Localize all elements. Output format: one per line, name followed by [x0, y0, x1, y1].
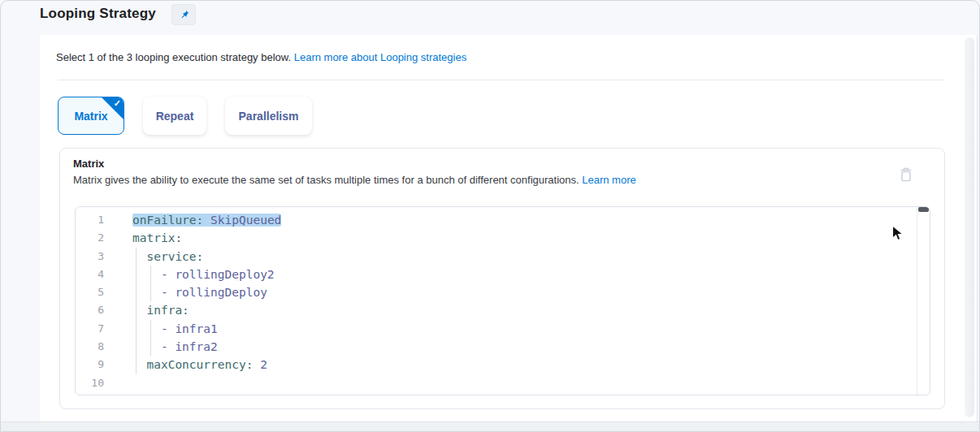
tab-repeat-label: Repeat [156, 110, 194, 123]
selection-highlight: onFailure: SkipQueued [132, 214, 281, 227]
code-line-1[interactable]: 1 onFailure: SkipQueued [76, 211, 917, 229]
pin-icon [178, 9, 190, 21]
line-number: 3 [76, 248, 104, 266]
looping-strategy-dialog: Looping Strategy Select 1 of the 3 loopi… [0, 0, 980, 432]
code-line-6[interactable]: 6 infra: [76, 301, 917, 319]
code-rows: 1 onFailure: SkipQueued 2 matrix: 3 serv… [76, 211, 917, 392]
strategy-tabs: Matrix ✓ Repeat Parallelism [58, 97, 312, 135]
code-line-8[interactable]: 8 - infra2 [76, 338, 917, 356]
code-line-2[interactable]: 2 matrix: [76, 229, 917, 247]
matrix-panel: Matrix Matrix gives the ability to execu… [59, 148, 945, 409]
dialog-scrollbar[interactable] [965, 37, 974, 417]
intro-text: Select 1 of the 3 looping execution stra… [56, 51, 466, 63]
code-line-9[interactable]: 9 maxConcurrency: 2 [76, 356, 917, 374]
code-line-3[interactable]: 3 service: [76, 248, 917, 266]
matrix-panel-description: Matrix gives the ability to execute the … [73, 174, 636, 186]
trash-icon[interactable] [899, 166, 913, 183]
code-line-4[interactable]: 4 - rollingDeploy2 [76, 266, 917, 283]
line-number: 9 [76, 356, 104, 374]
divider [58, 80, 945, 80]
line-number: 1 [76, 211, 104, 229]
page-title: Looping Strategy [40, 6, 156, 22]
line-number: 2 [76, 229, 104, 247]
tab-repeat[interactable]: Repeat [143, 97, 206, 135]
code-line-7[interactable]: 7 - infra1 [76, 320, 917, 338]
learn-more-link[interactable]: Learn more [582, 174, 635, 186]
code-line-10[interactable]: 10 [76, 374, 917, 392]
line-number: 4 [76, 266, 104, 283]
yaml-editor[interactable]: 1 onFailure: SkipQueued 2 matrix: 3 serv… [75, 206, 930, 395]
line-number: 10 [76, 374, 104, 392]
editor-scrollbar-track [917, 207, 917, 395]
matrix-panel-title: Matrix [73, 158, 104, 170]
tab-matrix[interactable]: Matrix ✓ [58, 97, 124, 135]
line-number: 8 [76, 338, 104, 356]
line-number: 6 [76, 301, 104, 319]
dialog-body: Select 1 of the 3 looping execution stra… [40, 35, 978, 421]
line-number: 7 [76, 320, 104, 338]
tab-parallelism-label: Parallelism [239, 110, 299, 123]
editor-scrollbar-thumb[interactable] [918, 207, 929, 212]
tab-parallelism[interactable]: Parallelism [225, 97, 312, 135]
pin-button[interactable] [171, 4, 196, 25]
intro-text-static: Select 1 of the 3 looping execution stra… [56, 51, 294, 63]
line-number: 5 [76, 283, 104, 301]
code-line-5[interactable]: 5 - rollingDeploy [76, 283, 917, 301]
learn-more-strategies-link[interactable]: Learn more about Looping strategies [294, 51, 466, 63]
bottom-strip [1, 421, 980, 432]
check-icon: ✓ [114, 98, 121, 109]
matrix-description-text: Matrix gives the ability to execute the … [73, 174, 582, 186]
